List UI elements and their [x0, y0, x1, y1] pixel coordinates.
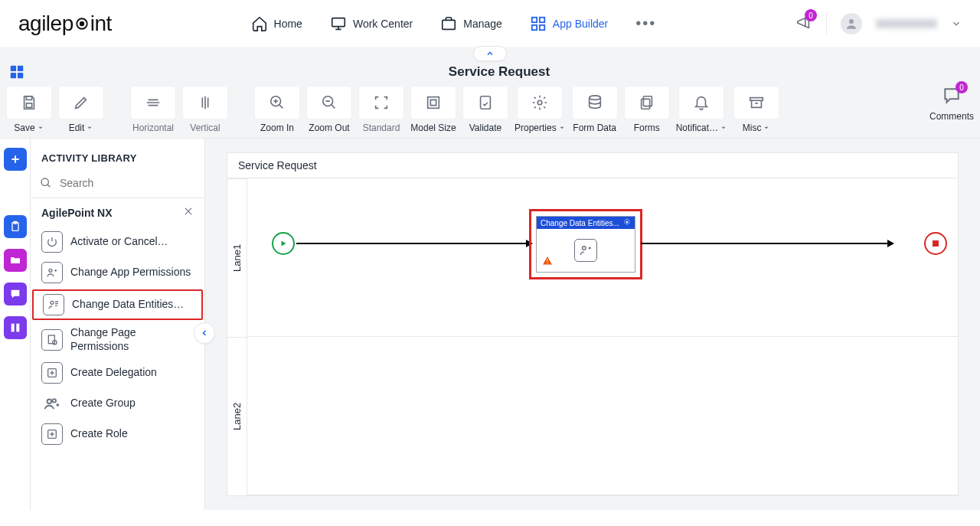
user-avatar[interactable] [841, 13, 862, 34]
svg-point-19 [538, 100, 543, 105]
comments-badge: 0 [956, 81, 968, 93]
svg-rect-14 [26, 103, 31, 108]
zoom-in-icon [269, 94, 286, 111]
library-item-create-delegation[interactable]: Create Delegation [31, 358, 204, 388]
collapse-bar [0, 47, 980, 60]
primary-nav: Home Work Center Manage App Builder ••• [112, 15, 795, 32]
library-search[interactable] [31, 172, 204, 198]
briefcase-icon [440, 15, 457, 32]
comments-button[interactable]: 0 Comments [929, 86, 974, 122]
svg-rect-9 [11, 66, 16, 71]
end-node[interactable] [924, 232, 947, 255]
notifications-button[interactable]: Notificat… [676, 86, 727, 133]
nav-home-label: Home [274, 18, 302, 30]
nav-manage[interactable]: Manage [440, 15, 502, 32]
svg-rect-31 [48, 335, 54, 344]
search-icon [40, 176, 52, 190]
svg-rect-4 [532, 17, 537, 21]
strip-folder-button[interactable] [4, 249, 27, 272]
misc-button[interactable]: Misc [733, 86, 779, 133]
lane2-label[interactable]: Lane2 [227, 337, 247, 495]
svg-point-8 [849, 19, 854, 24]
svg-rect-13 [26, 96, 31, 100]
collapse-library-toggle[interactable] [194, 322, 215, 344]
divider [826, 14, 827, 34]
properties-button[interactable]: Properties [514, 86, 566, 133]
library-item-create-role[interactable]: Create Role [31, 419, 204, 449]
chat-icon [9, 288, 21, 300]
strip-columns-button[interactable] [4, 316, 27, 339]
connector-2[interactable] [641, 243, 893, 244]
svg-point-20 [589, 96, 600, 100]
svg-rect-27 [16, 324, 19, 332]
svg-rect-17 [428, 97, 439, 109]
chevron-down-icon [720, 124, 727, 132]
validate-button[interactable]: Validate [462, 86, 508, 133]
svg-point-37 [626, 221, 629, 224]
clipboard-icon [9, 221, 21, 233]
strip-clipboard-button[interactable] [4, 215, 27, 238]
person-icon [844, 17, 858, 31]
nav-right: 0 [795, 13, 962, 34]
library-item-change-data-entities[interactable]: Change Data Entities… [32, 289, 203, 320]
svg-rect-21 [643, 96, 652, 106]
lane1-label[interactable]: Lane1 [227, 178, 247, 337]
activity-gear-button[interactable] [623, 218, 631, 227]
library-search-input[interactable] [58, 176, 195, 190]
vertical-button[interactable]: Vertical [182, 86, 228, 133]
nav-more[interactable]: ••• [635, 15, 656, 32]
zoomout-button[interactable]: Zoom Out [306, 86, 352, 133]
nav-home[interactable]: Home [251, 15, 302, 32]
chevron-down-icon [763, 124, 770, 132]
library-item-create-group[interactable]: Create Group [31, 388, 204, 419]
svg-rect-22 [641, 99, 649, 109]
library-group-close[interactable] [183, 206, 194, 219]
library-item-activate[interactable]: Activate or Cancel… [31, 227, 204, 257]
chevron-down-icon [86, 124, 93, 132]
start-node[interactable] [272, 232, 295, 255]
save-icon [21, 94, 38, 111]
svg-rect-6 [532, 25, 537, 29]
svg-point-1 [80, 21, 83, 25]
apps-grid-button[interactable] [8, 63, 26, 81]
brand-logo: agilepint [18, 11, 112, 36]
strip-chat-button[interactable] [4, 283, 27, 305]
activity-node[interactable]: Change Data Entities... [536, 216, 635, 273]
forms-button[interactable]: Forms [624, 86, 670, 133]
title-bar: Service Request [0, 63, 980, 86]
nav-workcenter[interactable]: Work Center [330, 15, 413, 32]
lanes-body[interactable]: Change Data Entities... [247, 178, 958, 495]
modelsize-button[interactable]: Model Size [410, 86, 456, 133]
strip-add-button[interactable] [4, 148, 27, 171]
zoom-out-icon [321, 94, 338, 111]
nav-appbuilder[interactable]: App Builder [530, 15, 608, 32]
standard-button[interactable]: Standard [358, 86, 404, 133]
nav-workcenter-label: Work Center [353, 18, 413, 30]
announcements-button[interactable]: 0 [795, 14, 812, 33]
collapse-top-toggle[interactable] [473, 46, 507, 61]
horizontal-button[interactable]: Horizontal [130, 86, 176, 133]
nav-manage-label: Manage [463, 18, 502, 30]
svg-rect-10 [18, 66, 23, 71]
strip-ring-button[interactable] [4, 181, 27, 204]
library-item-change-app-permissions[interactable]: Change App Permissions [31, 257, 204, 288]
chevron-down-icon[interactable] [951, 18, 962, 29]
svg-point-28 [41, 178, 48, 185]
library-item-change-page-permissions[interactable]: Change Page Permissions [31, 322, 204, 358]
formdata-button[interactable]: Form Data [572, 86, 618, 133]
connector-1[interactable] [296, 243, 532, 244]
plus-square-icon [41, 423, 63, 445]
chevron-left-icon [200, 328, 209, 338]
entities-icon [43, 294, 64, 315]
library-group-header: AgilePoint NX [31, 198, 204, 227]
top-navbar: agilepint Home Work Center Manage App Bu… [0, 0, 980, 47]
gear-icon [623, 218, 631, 226]
svg-rect-2 [332, 18, 345, 26]
edit-button[interactable]: Edit [58, 86, 104, 133]
lane2[interactable] [247, 337, 958, 495]
lane1[interactable]: Change Data Entities... [247, 178, 958, 337]
activity-header: Change Data Entities... [537, 217, 635, 229]
archive-icon [748, 94, 765, 111]
save-button[interactable]: Save [6, 86, 52, 133]
zoomin-button[interactable]: Zoom In [254, 86, 300, 133]
